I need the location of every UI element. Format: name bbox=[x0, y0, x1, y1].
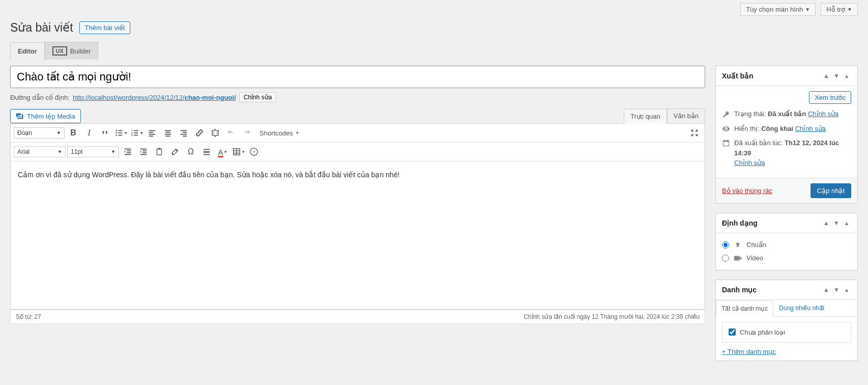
box-up-icon[interactable]: ▲ bbox=[822, 71, 831, 80]
last-edit: Chỉnh sửa lần cuối ngày 12 Tháng mười ha… bbox=[524, 313, 700, 320]
publish-box: Xuất bản ▲▼▴ Xem trước Trạng thái: Đã xu… bbox=[715, 66, 858, 204]
category-item-uncategorized[interactable]: Chưa phân loại bbox=[729, 328, 845, 336]
format-standard[interactable]: Chuẩn bbox=[722, 238, 851, 252]
undo-button[interactable] bbox=[224, 126, 238, 140]
svg-rect-16 bbox=[165, 130, 171, 131]
align-right-button[interactable] bbox=[177, 126, 191, 140]
page-title: Sửa bài viết bbox=[10, 21, 73, 35]
indent-button[interactable] bbox=[136, 145, 151, 159]
ul-button[interactable]: ▾ bbox=[113, 126, 128, 140]
font-family-select[interactable]: Arial▼ bbox=[14, 146, 66, 157]
box-up-icon[interactable]: ▲ bbox=[822, 285, 831, 294]
svg-rect-45 bbox=[724, 140, 725, 141]
svg-rect-46 bbox=[727, 140, 728, 141]
special-char-button[interactable]: Ω bbox=[184, 145, 198, 159]
editor-content[interactable]: Cảm ơn vì đã sử dụng WordPress. Đây là b… bbox=[11, 161, 705, 309]
box-toggle-icon[interactable]: ▴ bbox=[842, 218, 851, 228]
svg-rect-9 bbox=[134, 132, 138, 133]
link-button[interactable] bbox=[192, 126, 207, 140]
svg-rect-26 bbox=[127, 152, 131, 153]
eye-icon bbox=[722, 125, 730, 133]
svg-rect-29 bbox=[142, 150, 147, 151]
svg-text:3: 3 bbox=[131, 133, 132, 136]
italic-button[interactable]: I bbox=[82, 126, 96, 140]
category-box: Danh mục ▲▼▴ Tất cả danh mục Dùng nhiều … bbox=[715, 280, 858, 361]
permalink-edit-button[interactable]: Chỉnh sửa bbox=[239, 92, 277, 102]
help-button[interactable]: Hỗ trợ▼ bbox=[821, 3, 858, 16]
box-toggle-icon[interactable]: ▴ bbox=[842, 71, 851, 80]
ux-badge: UX bbox=[52, 46, 67, 56]
post-title-input[interactable] bbox=[10, 66, 705, 88]
add-new-button[interactable]: Thêm bài viết bbox=[79, 21, 131, 34]
permalink-link[interactable]: http://localhost/wordpress/2024/12/12/ch… bbox=[73, 94, 236, 101]
tab-visual[interactable]: Trực quan bbox=[624, 109, 667, 124]
add-category-link[interactable]: + Thêm danh mục bbox=[722, 348, 776, 355]
format-box-title: Định dạng bbox=[722, 219, 758, 227]
tab-editor[interactable]: Editor bbox=[10, 42, 45, 60]
box-down-icon[interactable]: ▼ bbox=[832, 71, 841, 80]
bold-button[interactable]: B bbox=[66, 126, 80, 140]
table-button[interactable]: ▾ bbox=[231, 145, 245, 159]
svg-rect-1 bbox=[118, 130, 122, 131]
svg-rect-35 bbox=[204, 151, 210, 153]
hr-button[interactable] bbox=[199, 145, 214, 159]
quote-button[interactable] bbox=[98, 126, 112, 140]
key-icon bbox=[722, 110, 730, 118]
word-count: Số từ: 27 bbox=[16, 313, 41, 320]
svg-rect-15 bbox=[149, 135, 153, 136]
svg-rect-19 bbox=[166, 135, 170, 136]
svg-rect-47 bbox=[734, 256, 740, 260]
box-up-icon[interactable]: ▲ bbox=[822, 218, 831, 228]
insert-button[interactable] bbox=[208, 126, 222, 140]
format-box: Định dạng ▲▼▴ Chuẩn Video bbox=[715, 213, 858, 270]
category-tab-all[interactable]: Tất cả danh mục bbox=[716, 300, 773, 317]
format-video[interactable]: Video bbox=[722, 252, 851, 265]
shortcodes-button[interactable]: Shortcodes▾ bbox=[255, 129, 303, 137]
video-icon bbox=[733, 254, 742, 263]
tab-text[interactable]: Văn bản bbox=[667, 108, 705, 123]
clear-format-button[interactable] bbox=[168, 145, 182, 159]
svg-rect-7 bbox=[134, 130, 138, 131]
svg-rect-20 bbox=[181, 130, 187, 131]
category-box-title: Danh mục bbox=[722, 286, 757, 294]
preview-button[interactable]: Xem trước bbox=[809, 91, 851, 104]
svg-point-2 bbox=[115, 132, 117, 134]
paste-button[interactable] bbox=[152, 145, 166, 159]
visibility-edit-link[interactable]: Chỉnh sửa bbox=[795, 125, 826, 132]
add-media-button[interactable]: Thêm tệp Media bbox=[10, 109, 81, 123]
text-color-button[interactable]: A▾ bbox=[215, 145, 229, 159]
publish-date-edit-link[interactable]: Chỉnh sửa bbox=[734, 159, 765, 167]
svg-rect-32 bbox=[157, 149, 162, 155]
trash-link[interactable]: Bỏ vào thùng rác bbox=[722, 187, 772, 195]
svg-rect-23 bbox=[183, 135, 187, 136]
format-video-radio[interactable] bbox=[722, 255, 729, 262]
align-center-button[interactable] bbox=[161, 126, 175, 140]
svg-rect-24 bbox=[125, 149, 131, 150]
outdent-button[interactable] bbox=[121, 145, 135, 159]
box-down-icon[interactable]: ▼ bbox=[832, 285, 841, 294]
svg-point-0 bbox=[115, 130, 117, 131]
ol-button[interactable]: 123▾ bbox=[129, 126, 143, 140]
svg-rect-28 bbox=[140, 149, 147, 150]
help-icon-button[interactable]: ? bbox=[247, 145, 261, 159]
fullscreen-button[interactable] bbox=[687, 126, 702, 140]
update-button[interactable]: Cập nhật bbox=[811, 183, 851, 198]
svg-rect-17 bbox=[166, 132, 170, 133]
svg-text:?: ? bbox=[252, 149, 255, 155]
format-standard-radio[interactable] bbox=[722, 241, 729, 249]
status-edit-link[interactable]: Chỉnh sửa bbox=[808, 110, 838, 118]
align-left-button[interactable] bbox=[145, 126, 159, 140]
tab-ux-builder[interactable]: UX Builder bbox=[45, 42, 99, 60]
box-down-icon[interactable]: ▼ bbox=[832, 218, 841, 228]
svg-rect-36 bbox=[204, 154, 210, 155]
svg-rect-30 bbox=[142, 152, 147, 153]
redo-button[interactable] bbox=[240, 126, 254, 140]
screen-options-button[interactable]: Tùy chọn màn hình▼ bbox=[740, 3, 816, 16]
svg-rect-34 bbox=[204, 149, 210, 150]
box-toggle-icon[interactable]: ▴ bbox=[842, 285, 851, 294]
category-checkbox[interactable] bbox=[729, 328, 736, 336]
category-tab-used[interactable]: Dùng nhiều nhất bbox=[773, 300, 830, 316]
font-size-select[interactable]: 11pt▼ bbox=[67, 146, 119, 157]
svg-rect-18 bbox=[165, 134, 171, 135]
format-select[interactable]: Đoạn▼ bbox=[14, 127, 65, 139]
